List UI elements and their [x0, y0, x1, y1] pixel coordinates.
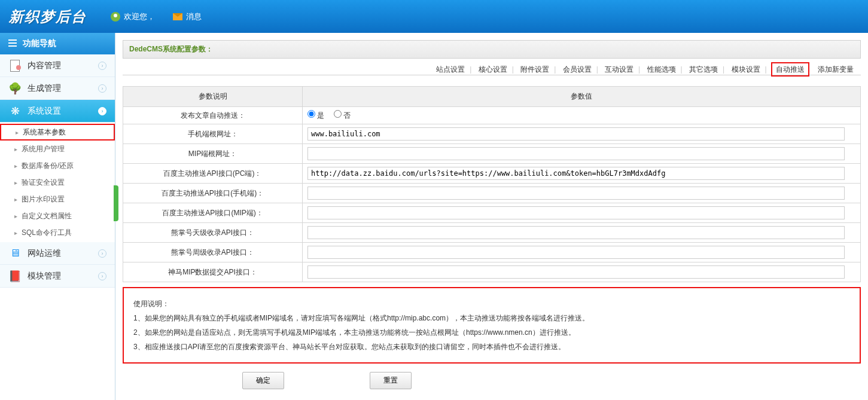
- xiongzhang-weekly-input[interactable]: [307, 246, 845, 259]
- doc-icon: [8, 59, 22, 72]
- sub-nav-security[interactable]: 验证安全设置: [0, 174, 115, 191]
- shenma-mip-input[interactable]: [307, 265, 845, 279]
- info-title: 使用说明：: [133, 297, 850, 311]
- baidu-mobile-api-input[interactable]: [307, 187, 845, 200]
- sidebar-toggle-handle[interactable]: [114, 185, 118, 221]
- param-label: 熊掌号天级收录API接口：: [123, 223, 303, 243]
- monitor-icon: 🖥: [8, 247, 22, 260]
- sub-nav-custom-attr[interactable]: 自定义文档属性: [0, 207, 115, 224]
- ok-button[interactable]: 确定: [242, 372, 284, 389]
- info-box: 使用说明： 1、如果您的网站具有独立的手机端或者MIP端域名，请对应填写各端网址…: [123, 287, 861, 364]
- user-icon: [111, 12, 120, 22]
- tab-interact[interactable]: 互动设置: [602, 64, 636, 75]
- sub-nav: 系统基本参数 系统用户管理 数据库备份/还原 验证安全设置 图片水印设置 自定义…: [0, 123, 115, 242]
- sidebar-item-label: 模块管理: [28, 271, 61, 282]
- param-label: 手机端根网址：: [123, 124, 303, 144]
- reset-button[interactable]: 重置: [370, 372, 412, 389]
- th-value: 参数值: [303, 87, 861, 107]
- book-icon: 📕: [8, 270, 22, 283]
- chevron-right-icon: ›: [98, 62, 106, 70]
- info-line: 1、如果您的网站具有独立的手机端或者MIP端域名，请对应填写各端网址（格式htt…: [133, 311, 850, 325]
- tab-performance[interactable]: 性能选项: [645, 64, 678, 75]
- sub-nav-watermark[interactable]: 图片水印设置: [0, 191, 115, 207]
- param-label: 百度主动推送API接口(手机端)：: [123, 184, 303, 203]
- menu-icon: [8, 39, 18, 48]
- param-label: 百度主动推送API接口(PC端)：: [123, 164, 303, 184]
- sidebar-item-ops[interactable]: 🖥 网站运维 ›: [0, 242, 115, 265]
- table-row: 百度主动推送API接口(手机端)：: [123, 184, 861, 203]
- param-label: 神马MIP数据提交API接口：: [123, 262, 303, 282]
- top-header: 新织梦后台 欢迎您， 消息: [0, 0, 868, 33]
- logo: 新织梦后台: [9, 7, 87, 26]
- table-row: 百度主动推送API接口(PC端)：: [123, 164, 861, 184]
- sidebar-item-label: 系统设置: [28, 106, 61, 117]
- tabs-bar: 站点设置| 核心设置| 附件设置| 会员设置| 互动设置| 性能选项| 其它选项…: [123, 59, 861, 75]
- radio-yes[interactable]: [307, 110, 315, 118]
- info-line: 3、相应推送接口API请至您的百度搜索资源平台、神马站长平台对应获取。您站点未获…: [133, 340, 850, 354]
- table-row: 发布文章自动推送： 是 否: [123, 107, 861, 124]
- param-label: 百度主动推送API接口(MIP端)：: [123, 203, 303, 223]
- tab-member[interactable]: 会员设置: [561, 64, 594, 75]
- baidu-mip-api-input[interactable]: [307, 206, 845, 219]
- params-table: 参数说明 参数值 发布文章自动推送： 是 否 手机端根网址： MIP端根网址： …: [123, 86, 861, 282]
- gear-icon: ❋: [8, 105, 22, 118]
- button-row: 确定 重置: [123, 364, 861, 389]
- welcome-text: 欢迎您，: [124, 11, 155, 22]
- sidebar-item-content[interactable]: 内容管理 ›: [0, 54, 115, 77]
- info-line: 2、如果您的网站是自适应站点，则无需填写手机端及MIP端域名，本主动推送功能将统…: [133, 325, 850, 340]
- sidebar-item-label: 内容管理: [28, 60, 61, 71]
- messages-block[interactable]: 消息: [173, 11, 202, 22]
- sidebar-item-modules[interactable]: 📕 模块管理 ›: [0, 265, 115, 288]
- tab-attachment[interactable]: 附件设置: [518, 64, 552, 75]
- sidebar-item-label: 网站运维: [28, 248, 61, 259]
- table-row: 熊掌号周级收录API接口：: [123, 243, 861, 262]
- table-row: 神马MIP数据提交API接口：: [123, 262, 861, 282]
- sidebar: 功能导航 内容管理 › 🌳 生成管理 › ❋ 系统设置 › 系统基本参数 系统用…: [0, 33, 115, 400]
- baidu-pc-api-input[interactable]: [307, 167, 845, 180]
- param-label: 发布文章自动推送：: [123, 107, 303, 124]
- tab-autopush[interactable]: 自动推送: [771, 62, 809, 77]
- breadcrumb: DedeCMS系统配置参数：: [123, 40, 861, 59]
- table-row: 熊掌号天级收录API接口：: [123, 223, 861, 243]
- tab-core[interactable]: 核心设置: [476, 64, 510, 75]
- sidebar-item-system[interactable]: ❋ 系统设置 ›: [0, 100, 115, 123]
- tree-icon: 🌳: [8, 82, 22, 95]
- table-row: 手机端根网址：: [123, 124, 861, 144]
- xiongzhang-daily-input[interactable]: [307, 226, 845, 239]
- param-label: 熊掌号周级收录API接口：: [123, 243, 303, 262]
- main-content: DedeCMS系统配置参数： 站点设置| 核心设置| 附件设置| 会员设置| 互…: [115, 33, 868, 400]
- mobile-root-input[interactable]: [307, 127, 845, 141]
- mip-root-input[interactable]: [307, 147, 845, 160]
- radio-no-label[interactable]: 否: [334, 111, 351, 120]
- messages-text: 消息: [186, 11, 202, 22]
- sub-nav-user-mgmt[interactable]: 系统用户管理: [0, 141, 115, 157]
- radio-no[interactable]: [334, 110, 342, 118]
- radio-yes-label[interactable]: 是: [307, 111, 324, 120]
- chevron-right-icon: ›: [98, 84, 106, 93]
- sub-nav-basic-params[interactable]: 系统基本参数: [0, 124, 115, 141]
- param-label: MIP端根网址：: [123, 144, 303, 164]
- sidebar-item-label: 生成管理: [28, 83, 61, 94]
- table-row: MIP端根网址：: [123, 144, 861, 164]
- nav-title: 功能导航: [23, 38, 56, 49]
- th-label: 参数说明: [123, 87, 303, 107]
- sidebar-item-generate[interactable]: 🌳 生成管理 ›: [0, 77, 115, 100]
- sub-nav-db-backup[interactable]: 数据库备份/还原: [0, 157, 115, 174]
- param-value: 是 否: [303, 107, 861, 124]
- tab-addvar[interactable]: 添加新变量: [815, 64, 856, 75]
- nav-header: 功能导航: [0, 33, 115, 54]
- tab-other[interactable]: 其它选项: [687, 64, 720, 75]
- welcome-block[interactable]: 欢迎您，: [111, 11, 155, 22]
- tab-module[interactable]: 模块设置: [729, 64, 763, 75]
- chevron-right-icon: ›: [98, 107, 106, 115]
- chevron-right-icon: ›: [98, 272, 106, 280]
- mail-icon: [173, 13, 182, 20]
- chevron-right-icon: ›: [98, 249, 106, 258]
- sub-nav-sql-tool[interactable]: SQL命令行工具: [0, 224, 115, 241]
- table-row: 百度主动推送API接口(MIP端)：: [123, 203, 861, 223]
- tab-site[interactable]: 站点设置: [434, 64, 467, 75]
